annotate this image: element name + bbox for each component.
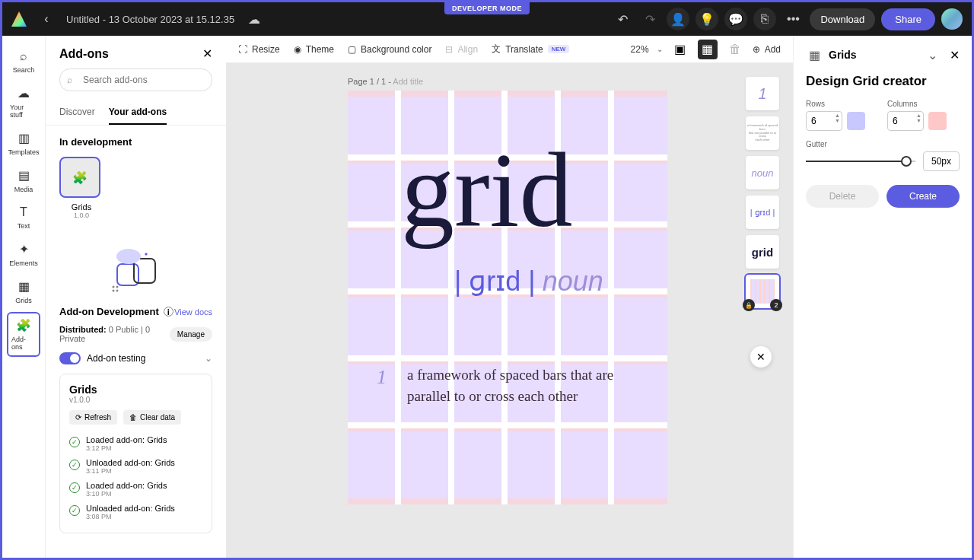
addon-testing-label: Add-on testing <box>87 353 145 364</box>
folder-icon: ☁ <box>18 86 30 100</box>
rail-templates[interactable]: ▥Templates <box>7 126 40 161</box>
present-icon[interactable]: ⎘ <box>753 8 776 30</box>
log-entry: ✓Loaded add-on: Grids3:12 PM <box>69 432 202 455</box>
page-thumb[interactable]: grid <box>746 235 779 269</box>
theme-icon: ◉ <box>294 44 301 55</box>
check-icon: ✓ <box>69 437 80 447</box>
align-tool: ⊟Align <box>445 44 478 55</box>
addon-panel-name: Grids <box>69 383 202 396</box>
tab-discover[interactable]: Discover <box>59 100 95 125</box>
bg-color-tool[interactable]: ▢Background color <box>348 44 431 55</box>
cloud-icon[interactable]: ☁ <box>244 8 265 30</box>
addon-card-grids[interactable]: 🧩 Grids 1.0.0 <box>59 157 103 219</box>
canvas-viewport[interactable]: Page 1 / 1 - Add title grid | ɡrɪd | nou… <box>226 63 793 558</box>
rows-color-swatch[interactable] <box>847 112 865 130</box>
addon-testing-toggle[interactable] <box>59 352 81 364</box>
rail-elements[interactable]: ✦Elements <box>7 237 40 272</box>
app-logo[interactable] <box>11 11 27 27</box>
check-icon: ✓ <box>69 460 80 470</box>
columns-color-swatch[interactable] <box>928 112 947 130</box>
page-thumb[interactable]: a framework of spaced barsthat are paral… <box>746 116 779 150</box>
artboard[interactable]: grid | ɡrɪd | noun 1 a framework of spac… <box>348 91 667 504</box>
rail-media[interactable]: ▤Media <box>7 164 40 198</box>
rows-stepper[interactable]: ▲▼ <box>835 113 840 123</box>
columns-input[interactable]: 6▲▼ <box>887 111 924 131</box>
media-icon: ▤ <box>18 168 30 183</box>
close-thumbnails-button[interactable]: ✕ <box>750 346 772 368</box>
thumb-count-badge: 2 <box>770 299 782 311</box>
user-avatar[interactable] <box>941 8 963 30</box>
canvas-toolbar: ⛶Resize ◉Theme ▢Background color ⊟Align … <box>226 36 793 63</box>
canvas-pronunciation[interactable]: | ɡrɪd | noun <box>454 266 603 298</box>
add-page-button[interactable]: ⊕Add <box>753 44 781 55</box>
gutter-slider[interactable] <box>806 161 915 162</box>
clear-data-button[interactable]: 🗑Clear data <box>123 410 181 425</box>
cols-stepper[interactable]: ▲▼ <box>916 113 921 123</box>
theme-tool[interactable]: ◉Theme <box>294 44 334 55</box>
page-thumb[interactable]: noun <box>746 156 779 189</box>
resize-tool[interactable]: ⛶Resize <box>238 44 280 55</box>
rail-search[interactable]: ⌕Search <box>7 45 40 78</box>
addon-panel-version: v1.0.0 <box>69 396 202 404</box>
grids-panel-icon: ▦ <box>806 46 823 63</box>
delete-grid-button[interactable]: Delete <box>806 185 879 208</box>
close-panel-icon[interactable]: ✕ <box>950 48 960 62</box>
rail-your-stuff[interactable]: ☁Your stuff <box>7 81 40 123</box>
share-button[interactable]: Share <box>881 8 935 30</box>
collapse-panel-icon[interactable]: ⌄ <box>928 48 937 62</box>
rail-grids[interactable]: ▦Grids <box>7 275 40 309</box>
addon-testing-panel: Grids v1.0.0 ⟳Refresh 🗑Clear data ✓Loade… <box>59 374 212 533</box>
zoom-chevron-icon[interactable]: ⌄ <box>657 45 663 53</box>
page-thumb[interactable]: 1 <box>746 77 779 110</box>
refresh-button[interactable]: ⟳Refresh <box>69 410 117 425</box>
tab-your-addons[interactable]: Your add-ons <box>109 100 167 125</box>
svg-rect-1 <box>134 259 155 283</box>
more-icon[interactable]: ••• <box>782 8 804 30</box>
addon-thumbnail: 🧩 <box>59 157 100 198</box>
info-icon[interactable]: i <box>164 307 173 317</box>
translate-tool[interactable]: 文TranslateNEW <box>492 43 569 56</box>
tips-icon[interactable]: 💡 <box>695 8 718 30</box>
rows-input[interactable]: 6▲▼ <box>806 111 842 131</box>
back-icon[interactable]: ‹ <box>36 8 57 30</box>
document-title[interactable]: Untitled - 13 October 2023 at 15.12.35 <box>66 14 234 25</box>
align-icon: ⊟ <box>445 44 453 55</box>
create-grid-button[interactable]: Create <box>886 185 960 208</box>
download-button[interactable]: Download <box>810 8 875 30</box>
delete-icon[interactable]: 🗑 <box>725 40 745 59</box>
gutter-value-input[interactable]: 50px <box>923 151 960 171</box>
svg-point-6 <box>116 249 141 264</box>
columns-label: Columns <box>887 100 960 108</box>
page-thumb[interactable]: | ɡrɪd | <box>746 196 779 229</box>
invite-icon[interactable]: 👤 <box>667 8 689 30</box>
canvas-definition[interactable]: a framework of spaced bars that are para… <box>407 364 652 406</box>
check-icon: ✓ <box>69 482 80 493</box>
sidebar-title: Add-ons <box>59 47 109 61</box>
page-thumb[interactable]: 2🔒 <box>746 275 779 308</box>
comment-icon[interactable]: 💬 <box>724 8 747 30</box>
manage-button[interactable]: Manage <box>170 327 212 342</box>
canvas-def-num[interactable]: 1 <box>377 366 387 389</box>
search-addons-input[interactable] <box>59 68 212 91</box>
plus-icon: ⊕ <box>753 44 760 55</box>
bg-icon: ▢ <box>348 44 356 55</box>
addons-sidebar: Add-ons ✕ ⌕ Discover Your add-ons In dev… <box>46 36 226 558</box>
refresh-icon: ⟳ <box>75 413 81 422</box>
zoom-level[interactable]: 22% <box>631 44 649 55</box>
redo-icon[interactable]: ↷ <box>639 8 660 30</box>
view-docs-link[interactable]: View docs <box>174 307 212 317</box>
log-entry: ✓Loaded add-on: Grids3:10 PM <box>69 478 202 501</box>
close-sidebar-icon[interactable]: ✕ <box>202 46 212 61</box>
chevron-down-icon[interactable]: ⌄ <box>205 353 212 364</box>
addon-illustration <box>46 230 226 306</box>
canvas-area: ⛶Resize ◉Theme ▢Background color ⊟Align … <box>226 36 793 558</box>
rail-text[interactable]: TText <box>7 201 40 234</box>
canvas-headword[interactable]: grid <box>401 129 573 251</box>
rail-addons[interactable]: 🧩Add-ons <box>7 312 40 357</box>
layers-icon[interactable]: ▣ <box>670 40 690 59</box>
page-label[interactable]: Page 1 / 1 - Add title <box>348 77 423 86</box>
grid-view-icon[interactable]: ▦ <box>698 40 718 59</box>
undo-icon[interactable]: ↶ <box>612 8 633 30</box>
gutter-label: Gutter <box>806 140 960 148</box>
panel-heading: Design Grid creator <box>806 74 960 89</box>
